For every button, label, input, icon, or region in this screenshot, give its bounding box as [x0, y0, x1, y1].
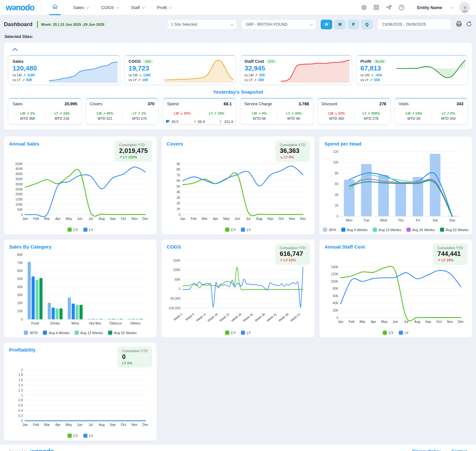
- svg-text:Jan: Jan: [23, 423, 28, 427]
- trend-arrow-icon: ↗: [370, 78, 373, 82]
- toolbar: Dashboard Week: 25 | 23 Jun 2025 -29 Jun…: [0, 15, 476, 31]
- powered-by-label: Powered by: [9, 449, 28, 451]
- ytd-value: 2,019,475: [119, 147, 148, 155]
- svg-text:Week 1: Week 1: [173, 312, 183, 321]
- contact-link[interactable]: Contact: [452, 449, 467, 451]
- svg-text:Feb: Feb: [349, 320, 354, 324]
- site-select[interactable]: 1 Site Selected: [167, 19, 237, 30]
- wenodo-logo: wǝnodo: [6, 3, 34, 12]
- legend-item-avg-4-weeks[interactable]: Avg 4 Weeks: [341, 228, 368, 232]
- chart-legend: CYLY: [161, 331, 314, 335]
- refresh-button[interactable]: [466, 21, 472, 28]
- snapshot-metric: LY ↗ 300%MTD 278: [354, 111, 388, 120]
- svg-text:Others: Others: [130, 321, 141, 325]
- cumulative-ytd-badge: Cumulative YTD 0 LY 0%: [117, 346, 152, 368]
- svg-text:Mar: Mar: [44, 217, 50, 221]
- chevron-down-icon: [142, 5, 145, 9]
- svg-text:-50,000: -50,000: [169, 297, 180, 300]
- ytd-label: Cumulative YTD: [122, 349, 148, 353]
- chart-plot: 01K2K3K4K5K6K7K8K9KJanFebMarAprMayJunJul…: [167, 161, 307, 223]
- apps-grid-icon[interactable]: [373, 5, 379, 10]
- svg-text:Aug: Aug: [99, 423, 105, 427]
- help-icon[interactable]: ?: [398, 5, 405, 11]
- svg-text:Wed: Wed: [380, 218, 387, 222]
- cumulative-ytd-badge: Cumulative YTD 616,747 ↗ LY 63%: [275, 243, 310, 265]
- privacy-policy-link[interactable]: Privacy Policy: [412, 449, 440, 451]
- svg-text:Week 16: Week 16: [207, 312, 218, 323]
- nav-home-tab[interactable]: [47, 0, 63, 15]
- settings-gear-icon[interactable]: [361, 5, 367, 11]
- snapshot-metric: LW ↘ 30%: [165, 111, 199, 115]
- legend-swatch: [68, 434, 72, 438]
- legend-item-cy[interactable]: CY: [68, 434, 78, 438]
- kpi-comparison: vs LW↗-41K: [361, 73, 464, 77]
- nav-item-cogs[interactable]: COGS: [96, 3, 123, 13]
- chart-title: Sales By Category: [9, 244, 151, 249]
- legend-item-avg-13-weeks[interactable]: Avg 13 Weeks: [373, 228, 401, 232]
- legend-item-ly[interactable]: LY: [241, 228, 251, 232]
- sun-icon: ☀: [193, 119, 197, 124]
- ytd-label: Cumulative YTD: [280, 143, 306, 147]
- svg-text:0.6: 0.6: [18, 404, 23, 407]
- nav-item-sales[interactable]: Sales: [68, 3, 93, 13]
- kpi-value: 120,480: [13, 64, 116, 72]
- chart-card-annual-sales: Annual Sales Cumulative YTD 2,019,475 ↗ …: [4, 136, 157, 235]
- legend-item-cy[interactable]: CY: [68, 228, 78, 232]
- svg-text:120: 120: [333, 150, 338, 154]
- legend-item-avg-52-weeks[interactable]: Avg 52 Weeks: [440, 228, 469, 232]
- svg-text:20K: 20K: [17, 301, 23, 305]
- legend-item-avg-52-weeks[interactable]: Avg 52 Weeks: [108, 331, 137, 335]
- legend-swatch: [75, 331, 79, 335]
- moon-icon: ☾: [219, 119, 223, 124]
- svg-text:70K: 70K: [17, 261, 23, 265]
- period-button-m[interactable]: M: [334, 20, 346, 29]
- avatar[interactable]: [459, 2, 470, 13]
- entity-select[interactable]: Entity Name: [411, 5, 453, 10]
- chart-plot: 020K40K60K80K100K120K140KJanFebMarAprMay…: [325, 264, 465, 326]
- ytd-value: 744,441: [437, 250, 463, 258]
- daypart-spend: ☀65.4: [193, 119, 205, 124]
- legend-item-sph[interactable]: SPH: [323, 228, 336, 232]
- chart-title: Spend per Head: [325, 141, 467, 146]
- legend-item-avg-4-weeks[interactable]: Avg 4 Weeks: [43, 331, 69, 335]
- chart-legend: CYLY: [4, 228, 157, 232]
- svg-text:Mon: Mon: [346, 218, 352, 222]
- legend-swatch: [24, 331, 28, 335]
- svg-text:8K: 8K: [177, 168, 181, 171]
- svg-text:6K: 6K: [177, 179, 181, 183]
- legend-item-wtd[interactable]: WTD: [24, 331, 38, 335]
- date-range-input[interactable]: 23/06/2025 - 29/06/2025: [377, 19, 451, 30]
- nav-item-profit[interactable]: Profit: [152, 3, 177, 13]
- snapshot-metric: LY ↗ 33%: [199, 111, 233, 115]
- legend-item-ly[interactable]: LY: [241, 331, 251, 335]
- svg-text:Oct: Oct: [436, 320, 441, 324]
- nav-menu: Sales COGS Staff Profit: [68, 3, 176, 13]
- legend-item-cy[interactable]: CY: [383, 331, 393, 335]
- currency-select[interactable]: GBP - BRITISH POUND: [242, 19, 316, 30]
- legend-item-avg-13-weeks[interactable]: Avg 13 Weeks: [75, 331, 103, 335]
- legend-item-cy[interactable]: CY: [225, 331, 236, 335]
- snapshot-metric: LY ↗ 35%MTD 4K: [277, 111, 311, 120]
- kpi-value: 32,945: [244, 64, 348, 72]
- legend-item-avg-26-weeks[interactable]: Avg 26 Weeks: [407, 228, 435, 232]
- home-icon: [52, 4, 58, 11]
- svg-text:Week 41: Week 41: [266, 312, 278, 323]
- collapse-chevron-up-icon[interactable]: [12, 47, 18, 52]
- legend-item-cy[interactable]: CY: [225, 228, 236, 232]
- svg-text:200K: 200K: [15, 193, 23, 196]
- period-button-q[interactable]: Q: [361, 20, 373, 29]
- send-icon[interactable]: [386, 4, 392, 11]
- period-button-p[interactable]: P: [348, 20, 359, 29]
- snapshot-card-service-charge: Service Charge3,788LW ↗ 0%WTD 6KLY ↗ 35%…: [240, 98, 313, 124]
- print-button[interactable]: [456, 21, 462, 28]
- ytd-delta: LY 0%: [122, 361, 148, 365]
- nav-item-staff[interactable]: Staff: [126, 3, 149, 13]
- svg-text:Week 11: Week 11: [195, 312, 207, 322]
- svg-text:0: 0: [21, 213, 23, 217]
- legend-item-ly[interactable]: LY: [83, 434, 93, 438]
- svg-text:40: 40: [335, 193, 339, 197]
- snapshot-card-spend: Spend68.1LW ↘ 30%LY ↗ 33%26.5☀65.4☾101.9: [163, 98, 236, 124]
- legend-item-ly[interactable]: LY: [83, 228, 93, 232]
- legend-item-ly[interactable]: LY: [399, 331, 409, 335]
- period-button-w[interactable]: W: [321, 20, 332, 29]
